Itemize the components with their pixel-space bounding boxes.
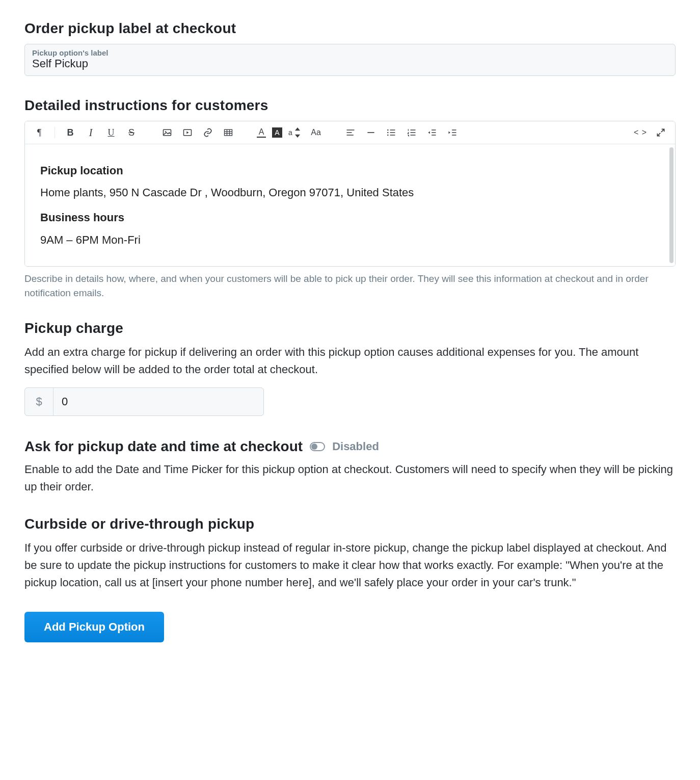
section-pickup-datetime: Ask for pickup date and time at checkout… (24, 438, 676, 496)
outdent-icon (427, 127, 437, 138)
image-button[interactable] (160, 125, 174, 140)
section-pickup-charge: Pickup charge Add an extra charge for pi… (24, 320, 676, 416)
pickup-charge-desc: Add an extra charge for pickup if delive… (24, 344, 676, 378)
ol-icon (407, 127, 417, 138)
strikethrough-button[interactable]: S (124, 125, 139, 140)
ordered-list-button[interactable] (405, 125, 419, 140)
text-case-button[interactable]: Aa (309, 125, 323, 140)
code-view-button[interactable]: < > (633, 125, 648, 140)
fullscreen-icon (656, 127, 666, 138)
horizontal-rule-button[interactable] (364, 125, 378, 140)
svg-point-1 (165, 131, 166, 132)
align-left-icon (345, 127, 356, 138)
scrollbar-thumb[interactable] (669, 147, 674, 263)
background-color-button[interactable]: A (272, 127, 282, 138)
updown-icon (292, 127, 303, 138)
font-size-button[interactable]: a (288, 125, 303, 140)
link-icon (203, 127, 213, 138)
pickup-charge-field[interactable]: $ (24, 387, 264, 416)
datetime-toggle-row: Ask for pickup date and time at checkout… (24, 438, 676, 455)
datetime-title: Ask for pickup date and time at checkout (24, 438, 303, 455)
editor-content[interactable]: Pickup location Home plants, 950 N Casca… (25, 144, 668, 266)
currency-prefix: $ (25, 388, 53, 415)
editor-body-wrap: Pickup location Home plants, 950 N Casca… (25, 144, 675, 266)
pickup-label-input[interactable] (32, 57, 668, 70)
image-icon (162, 127, 172, 138)
link-button[interactable] (201, 125, 215, 140)
section-instructions: Detailed instructions for customers ¶ B … (24, 97, 676, 301)
svg-point-5 (387, 132, 389, 134)
datetime-desc: Enable to add the Date and Time Picker f… (24, 461, 676, 496)
curbside-desc: If you offer curbside or drive-through p… (24, 539, 676, 591)
video-icon (182, 127, 193, 138)
fullscreen-button[interactable] (654, 125, 668, 140)
paragraph-format-button[interactable]: ¶ (32, 125, 46, 140)
editor-paragraph: 9AM – 6PM Mon-Fri (40, 231, 653, 249)
hr-icon (366, 127, 376, 138)
add-pickup-option-button[interactable]: Add Pickup Option (24, 612, 164, 642)
pickup-charge-input[interactable] (53, 388, 263, 415)
svg-point-6 (387, 135, 389, 136)
instructions-title: Detailed instructions for customers (24, 97, 676, 114)
editor-paragraph: Home plants, 950 N Cascade Dr , Woodburn… (40, 184, 653, 201)
datetime-toggle-state: Disabled (332, 440, 379, 453)
video-button[interactable] (180, 125, 195, 140)
pickup-label-field[interactable]: Pickup option's label (24, 44, 676, 76)
rich-text-editor: ¶ B I U S A A a (24, 121, 676, 267)
svg-rect-3 (225, 129, 232, 136)
instructions-help-text: Describe in details how, where, and when… (24, 272, 676, 301)
underline-button[interactable]: U (104, 125, 118, 140)
indent-icon (447, 127, 457, 138)
ul-icon (386, 127, 396, 138)
table-icon (223, 127, 233, 138)
unordered-list-button[interactable] (384, 125, 398, 140)
svg-point-4 (387, 129, 389, 131)
bold-button[interactable]: B (63, 125, 77, 140)
italic-button[interactable]: I (84, 125, 98, 140)
section-pickup-label: Order pickup label at checkout Pickup op… (24, 20, 676, 76)
section-curbside: Curbside or drive-through pickup If you … (24, 516, 676, 591)
pickup-label-mini: Pickup option's label (32, 48, 668, 57)
editor-toolbar: ¶ B I U S A A a (25, 121, 675, 144)
editor-scrollbar[interactable] (668, 144, 675, 266)
font-color-button[interactable]: A (257, 128, 266, 138)
outdent-button[interactable] (425, 125, 439, 140)
pickup-charge-title: Pickup charge (24, 320, 676, 336)
editor-heading: Business hours (40, 209, 653, 226)
curbside-title: Curbside or drive-through pickup (24, 516, 676, 532)
toolbar-separator (55, 127, 55, 138)
table-button[interactable] (221, 125, 235, 140)
svg-rect-0 (164, 129, 171, 136)
datetime-toggle[interactable] (310, 442, 325, 451)
pickup-label-title: Order pickup label at checkout (24, 20, 676, 37)
editor-heading: Pickup location (40, 162, 653, 179)
indent-button[interactable] (445, 125, 460, 140)
align-button[interactable] (343, 125, 358, 140)
